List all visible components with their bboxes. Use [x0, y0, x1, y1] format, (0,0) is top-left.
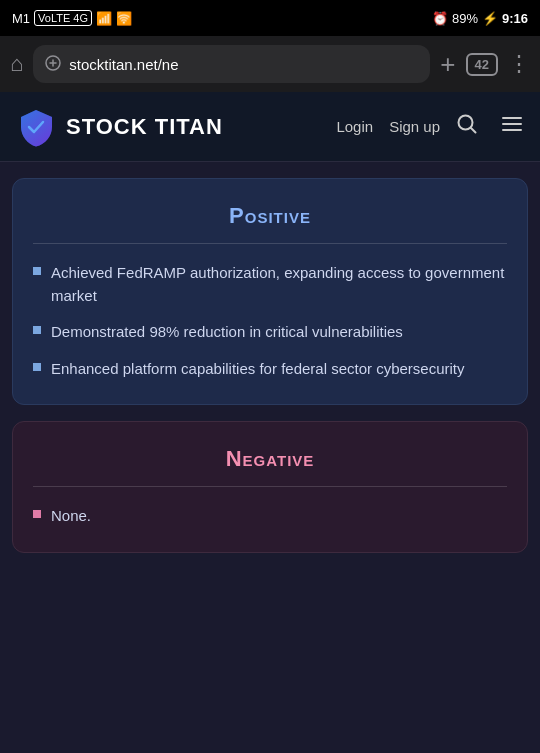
wifi-icon: 🛜	[116, 11, 132, 26]
negative-card: Negative None.	[12, 421, 528, 553]
content-area: Positive Achieved FedRAMP authorization,…	[0, 162, 540, 585]
positive-bullets: Achieved FedRAMP authorization, expandin…	[33, 262, 507, 380]
new-tab-button[interactable]: +	[440, 49, 455, 80]
bullet-icon	[33, 363, 41, 371]
browser-menu-button[interactable]: ⋮	[508, 51, 530, 77]
list-item: Enhanced platform capabilities for feder…	[33, 358, 507, 381]
search-icon[interactable]	[456, 113, 478, 140]
url-bar[interactable]: stocktitan.net/ne	[33, 45, 430, 83]
battery-label: 89%	[452, 11, 478, 26]
negative-title: Negative	[33, 446, 507, 472]
tab-count-badge[interactable]: 42	[466, 53, 498, 76]
site-logo-text: STOCK TITAN	[66, 114, 223, 140]
url-text: stocktitan.net/ne	[69, 56, 418, 73]
negative-bullets: None.	[33, 505, 507, 528]
status-left: M1 VoLTE 4G 📶 🛜	[12, 10, 132, 26]
status-bar: M1 VoLTE 4G 📶 🛜 ⏰ 89% ⚡ 9:16	[0, 0, 540, 36]
bullet-text: Demonstrated 98% reduction in critical v…	[51, 321, 403, 344]
bullet-text: Enhanced platform capabilities for feder…	[51, 358, 465, 381]
browser-bar: ⌂ stocktitan.net/ne + 42 ⋮	[0, 36, 540, 92]
list-item: None.	[33, 505, 507, 528]
carrier-label: M1	[12, 11, 30, 26]
bullet-text: None.	[51, 505, 91, 528]
bullet-icon	[33, 510, 41, 518]
alarm-icon: ⏰	[432, 11, 448, 26]
site-header: STOCK TITAN Login Sign up	[0, 92, 540, 162]
list-item: Demonstrated 98% reduction in critical v…	[33, 321, 507, 344]
site-security-icon	[45, 55, 61, 74]
signup-link[interactable]: Sign up	[389, 118, 440, 135]
home-icon[interactable]: ⌂	[10, 51, 23, 77]
logo-area: STOCK TITAN	[16, 107, 336, 147]
logo-icon	[16, 107, 56, 147]
network-type-label: VoLTE 4G	[34, 10, 92, 26]
bullet-icon	[33, 326, 41, 334]
site-nav: Login Sign up	[336, 112, 524, 142]
signal-icon: 📶	[96, 11, 112, 26]
bullet-text: Achieved FedRAMP authorization, expandin…	[51, 262, 507, 307]
login-link[interactable]: Login	[336, 118, 373, 135]
charging-icon: ⚡	[482, 11, 498, 26]
positive-divider	[33, 243, 507, 244]
hamburger-menu-icon[interactable]	[500, 112, 524, 142]
list-item: Achieved FedRAMP authorization, expandin…	[33, 262, 507, 307]
status-right: ⏰ 89% ⚡ 9:16	[432, 11, 528, 26]
time-label: 9:16	[502, 11, 528, 26]
positive-card: Positive Achieved FedRAMP authorization,…	[12, 178, 528, 405]
positive-title: Positive	[33, 203, 507, 229]
negative-divider	[33, 486, 507, 487]
bullet-icon	[33, 267, 41, 275]
